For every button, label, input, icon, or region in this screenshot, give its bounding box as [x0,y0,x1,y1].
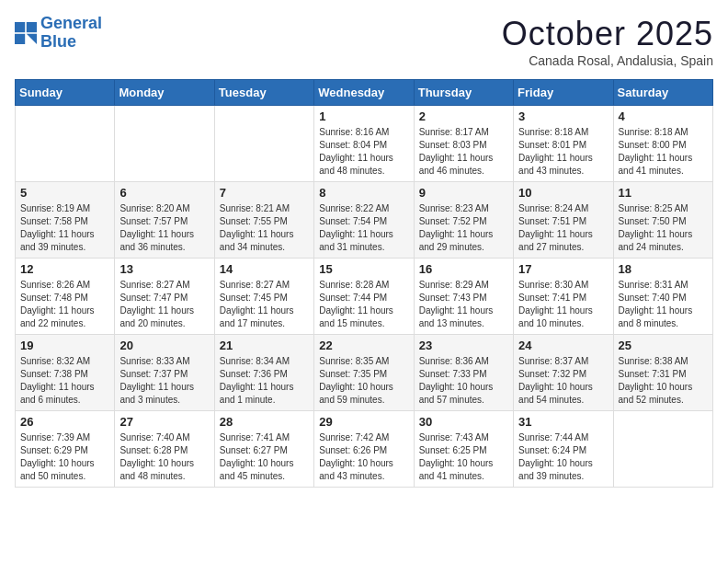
svg-rect-2 [15,34,25,44]
calendar-cell: 19Sunrise: 8:32 AM Sunset: 7:38 PM Dayli… [16,335,115,411]
column-header-wednesday: Wednesday [314,80,414,106]
day-number: 26 [20,415,109,429]
day-info: Sunrise: 8:22 AM Sunset: 7:54 PM Dayligh… [319,202,408,254]
day-number: 19 [20,339,109,352]
logo: General Blue [15,15,102,52]
calendar-cell: 22Sunrise: 8:35 AM Sunset: 7:35 PM Dayli… [314,335,414,411]
day-info: Sunrise: 7:43 AM Sunset: 6:25 PM Dayligh… [419,431,508,483]
day-info: Sunrise: 7:41 AM Sunset: 6:27 PM Dayligh… [220,431,309,483]
calendar-week-row: 12Sunrise: 8:26 AM Sunset: 7:48 PM Dayli… [16,259,713,335]
day-info: Sunrise: 8:21 AM Sunset: 7:55 PM Dayligh… [220,202,309,254]
calendar-week-row: 1Sunrise: 8:16 AM Sunset: 8:04 PM Daylig… [16,106,713,182]
calendar-cell: 24Sunrise: 8:37 AM Sunset: 7:32 PM Dayli… [514,335,613,411]
day-info: Sunrise: 8:32 AM Sunset: 7:38 PM Dayligh… [20,355,109,407]
calendar-week-row: 19Sunrise: 8:32 AM Sunset: 7:38 PM Dayli… [16,335,713,411]
logo-icon [15,22,37,44]
calendar-header-row: SundayMondayTuesdayWednesdayThursdayFrid… [16,80,713,106]
calendar-cell: 9Sunrise: 8:23 AM Sunset: 7:52 PM Daylig… [414,182,513,259]
day-number: 12 [20,262,109,276]
day-number: 7 [220,186,309,200]
calendar-cell: 20Sunrise: 8:33 AM Sunset: 7:37 PM Dayli… [115,335,214,411]
calendar-cell: 26Sunrise: 7:39 AM Sunset: 6:29 PM Dayli… [16,411,115,488]
month-title: October 2025 [502,15,713,53]
calendar-cell: 3Sunrise: 8:18 AM Sunset: 8:01 PM Daylig… [514,106,613,182]
day-info: Sunrise: 8:16 AM Sunset: 8:04 PM Dayligh… [319,126,408,178]
page-header: General Blue October 2025 Canada Rosal, … [15,15,713,68]
calendar-cell: 7Sunrise: 8:21 AM Sunset: 7:55 PM Daylig… [214,182,313,259]
day-info: Sunrise: 8:27 AM Sunset: 7:47 PM Dayligh… [119,279,209,330]
calendar-cell: 5Sunrise: 8:19 AM Sunset: 7:58 PM Daylig… [16,182,115,259]
calendar-cell: 14Sunrise: 8:27 AM Sunset: 7:45 PM Dayli… [214,259,313,335]
day-number: 21 [220,339,309,352]
calendar-cell: 23Sunrise: 8:36 AM Sunset: 7:33 PM Dayli… [414,335,513,411]
day-number: 14 [220,262,309,276]
calendar-cell: 28Sunrise: 7:41 AM Sunset: 6:27 PM Dayli… [214,411,313,488]
column-header-tuesday: Tuesday [214,80,313,106]
day-info: Sunrise: 8:18 AM Sunset: 8:01 PM Dayligh… [518,126,608,178]
day-number: 29 [319,415,408,429]
day-number: 30 [419,415,508,429]
day-number: 8 [319,186,408,200]
calendar-cell: 6Sunrise: 8:20 AM Sunset: 7:57 PM Daylig… [115,182,214,259]
calendar-cell: 27Sunrise: 7:40 AM Sunset: 6:28 PM Dayli… [115,411,214,488]
svg-marker-3 [27,34,37,44]
day-number: 28 [220,415,309,429]
day-info: Sunrise: 8:23 AM Sunset: 7:52 PM Dayligh… [419,202,508,254]
day-number: 11 [619,186,708,200]
day-info: Sunrise: 8:34 AM Sunset: 7:36 PM Dayligh… [220,355,309,407]
title-block: October 2025 Canada Rosal, Andalusia, Sp… [502,15,713,68]
day-info: Sunrise: 8:30 AM Sunset: 7:41 PM Dayligh… [518,279,608,330]
calendar-cell: 2Sunrise: 8:17 AM Sunset: 8:03 PM Daylig… [414,106,513,182]
calendar-cell [613,411,712,488]
day-number: 16 [419,262,508,276]
calendar-cell [115,106,214,182]
logo-text: General Blue [40,15,102,52]
day-number: 1 [319,109,408,123]
day-info: Sunrise: 7:42 AM Sunset: 6:26 PM Dayligh… [319,431,408,483]
day-info: Sunrise: 8:35 AM Sunset: 7:35 PM Dayligh… [319,355,408,407]
day-info: Sunrise: 8:18 AM Sunset: 8:00 PM Dayligh… [619,126,708,178]
calendar-cell: 10Sunrise: 8:24 AM Sunset: 7:51 PM Dayli… [514,182,613,259]
column-header-thursday: Thursday [414,80,513,106]
calendar-cell [214,106,313,182]
calendar-cell: 11Sunrise: 8:25 AM Sunset: 7:50 PM Dayli… [613,182,712,259]
day-info: Sunrise: 8:26 AM Sunset: 7:48 PM Dayligh… [20,279,109,330]
day-number: 27 [119,415,209,429]
day-info: Sunrise: 7:44 AM Sunset: 6:24 PM Dayligh… [518,431,608,483]
day-number: 31 [518,415,608,429]
day-number: 3 [518,109,608,123]
day-number: 10 [518,186,608,200]
svg-rect-0 [15,22,25,32]
column-header-friday: Friday [514,80,613,106]
calendar-cell: 21Sunrise: 8:34 AM Sunset: 7:36 PM Dayli… [214,335,313,411]
day-number: 22 [319,339,408,352]
day-info: Sunrise: 8:24 AM Sunset: 7:51 PM Dayligh… [518,202,608,254]
day-number: 17 [518,262,608,276]
calendar-week-row: 5Sunrise: 8:19 AM Sunset: 7:58 PM Daylig… [16,182,713,259]
day-info: Sunrise: 8:17 AM Sunset: 8:03 PM Dayligh… [419,126,508,178]
day-number: 24 [518,339,608,352]
calendar-cell [16,106,115,182]
day-number: 25 [619,339,708,352]
day-number: 20 [119,339,209,352]
calendar-cell: 1Sunrise: 8:16 AM Sunset: 8:04 PM Daylig… [314,106,414,182]
calendar-cell: 15Sunrise: 8:28 AM Sunset: 7:44 PM Dayli… [314,259,414,335]
day-number: 4 [619,109,708,123]
day-info: Sunrise: 8:29 AM Sunset: 7:43 PM Dayligh… [419,279,508,330]
calendar-cell: 29Sunrise: 7:42 AM Sunset: 6:26 PM Dayli… [314,411,414,488]
calendar-cell: 8Sunrise: 8:22 AM Sunset: 7:54 PM Daylig… [314,182,414,259]
day-info: Sunrise: 8:20 AM Sunset: 7:57 PM Dayligh… [119,202,209,254]
calendar-cell: 4Sunrise: 8:18 AM Sunset: 8:00 PM Daylig… [613,106,712,182]
calendar-week-row: 26Sunrise: 7:39 AM Sunset: 6:29 PM Dayli… [16,411,713,488]
day-info: Sunrise: 8:38 AM Sunset: 7:31 PM Dayligh… [619,355,708,407]
column-header-monday: Monday [115,80,214,106]
svg-rect-1 [27,22,37,32]
day-info: Sunrise: 7:39 AM Sunset: 6:29 PM Dayligh… [20,431,109,483]
day-info: Sunrise: 8:27 AM Sunset: 7:45 PM Dayligh… [220,279,309,330]
day-info: Sunrise: 8:31 AM Sunset: 7:40 PM Dayligh… [619,279,708,330]
day-info: Sunrise: 8:36 AM Sunset: 7:33 PM Dayligh… [419,355,508,407]
calendar-cell: 25Sunrise: 8:38 AM Sunset: 7:31 PM Dayli… [613,335,712,411]
day-number: 5 [20,186,109,200]
day-number: 13 [119,262,209,276]
day-info: Sunrise: 7:40 AM Sunset: 6:28 PM Dayligh… [119,431,209,483]
